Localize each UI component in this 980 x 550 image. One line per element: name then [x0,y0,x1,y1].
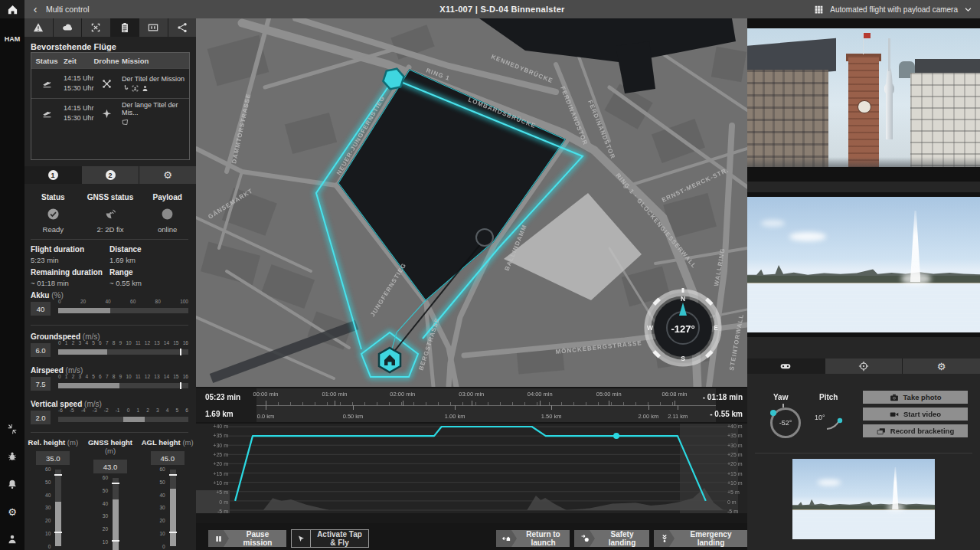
col-status: Status [31,57,62,65]
flight-duration-value: 5:23 min [31,256,109,264]
gnss-height-value[interactable]: 43.0 [93,460,127,473]
bug-report-icon[interactable] [0,449,24,464]
gnss-height-block: GNSS height (m) 43.0 6050403020100 [82,438,139,550]
camera-icon [890,393,899,402]
airspeed-slider[interactable]: 7.5 012345678910111213141516 [31,374,188,394]
payload-value: online [139,225,196,234]
settings-gear-icon[interactable]: ⚙ [0,504,24,519]
grid-icon [814,5,824,15]
rel-height-gauge[interactable]: 6050403020100 [41,470,64,546]
photo-thumbnail[interactable] [792,459,935,539]
drone-position-marker[interactable] [476,229,493,246]
range-value: ~ 0.55 km [109,279,188,287]
multicopter-icon [102,79,112,89]
notifications-bell-icon[interactable] [0,476,24,492]
tab-camera-view[interactable] [139,18,168,37]
status-summary: Status Ready GNSS status 2: 2D fix Paylo… [24,193,196,234]
warning-icon [33,22,44,33]
drone-control-app: HAM ⚙ ‹ Multi control X11-007 | S-D-04 B… [0,0,980,550]
tab-weather[interactable] [54,18,82,37]
battery-slider[interactable]: 40 020406080100 [31,299,188,319]
compass-w: W [647,324,654,332]
vertical-speed-slider[interactable]: 2.0 -6-5-4-3-2-10123456 [31,408,188,427]
flight-mode-selector[interactable]: Automated flight with payload camera [814,5,980,15]
record-bracketing-button[interactable]: Record bracketing [863,424,968,437]
upcoming-flights-heading: Bevorstehende Flüge [31,42,116,51]
winch-icon [122,85,129,92]
mission-timeline[interactable]: 05:23 min 1.69 km - 01:18 min - 0.55 km … [196,388,747,422]
airspeed-value: 7.5 [31,377,51,391]
distance-scale[interactable]: 0.0 km0.50 km1.00 km1.50 km2.00 km2.11 k… [256,406,716,423]
table-row[interactable]: 14:15 Uhr15:30 Uhr Der Titel der Mission [31,68,189,98]
pitch-arc[interactable] [825,417,844,431]
tab-drone-2[interactable]: 2 [82,166,139,184]
elevation-chart[interactable]: +40 m+35 m+30 m+25 m+20 m+15 m+10 m+5 m0… [196,424,747,523]
distance-value: 1.69 km [109,256,188,264]
tab-drone-settings[interactable]: ⚙ [139,166,196,184]
yaw-label: Yaw [773,393,788,401]
col-mission: Mission [119,57,189,65]
rel-height-block: Rel. height (m) 35.0 6050403020100 [24,438,82,550]
tab-flight-list[interactable] [111,18,139,37]
back-chevron-icon[interactable]: ‹ [24,0,46,18]
groundspeed-slider[interactable]: 6.0 012345678910111213141516 [31,340,188,360]
tab-share[interactable] [168,18,197,37]
home-marker[interactable] [379,348,400,372]
start-video-button[interactable]: Start video [863,408,968,421]
rel-height-value[interactable]: 35.0 [36,451,70,465]
user-profile-icon[interactable] [0,532,24,547]
camera-view-icon [148,22,158,33]
camera-feed-lake[interactable] [747,197,980,332]
tab-target[interactable] [825,358,903,374]
crosshair-icon [858,361,869,372]
tab-warnings[interactable] [24,18,53,37]
area-icon [122,119,129,126]
cursor-icon [292,530,311,547]
current-position-dot [613,433,619,439]
time-scale[interactable]: 00:00 min01:00 min02:00 min03:00 min04:0… [256,388,716,406]
return-to-launch-button[interactable]: Return to launch [496,530,570,547]
check-circle-icon [47,208,60,221]
status-value: Ready [24,225,82,234]
takeoff-icon [42,79,52,89]
share-icon [177,22,188,33]
remaining-duration-value: ~ 01:18 min [31,279,109,287]
station-label: HAM [0,35,24,43]
groundspeed-value: 6.0 [31,343,51,357]
tab-drone-1[interactable]: 1 [24,166,81,184]
tab-payload-settings[interactable]: ⚙ [903,358,980,374]
collapse-icon[interactable] [0,421,24,437]
yaw-indicator-dot [770,410,776,416]
activate-tapfly-button[interactable]: Activate Tap & Fly [291,529,369,548]
return-to-launch-icon [496,530,517,547]
drone-tab-bar: 1 2 ⚙ [24,166,196,184]
table-row[interactable]: 14:15 Uhr15:30 Uhr Der lange Titel der M… [31,98,189,128]
take-photo-button[interactable]: Take photo [863,391,968,404]
payload-tab-bar: ⚙ [747,358,980,374]
gnss-height-gauge[interactable]: 6050403020100 [99,478,122,550]
gnss-value: 2: 2D fix [82,225,139,234]
safety-landing-button[interactable]: Safety landing [574,530,649,547]
pitch-indicator-dot [838,418,842,423]
tab-manual-control[interactable] [747,358,825,374]
agl-height-value[interactable]: 45.0 [151,451,185,465]
camera-feed-city[interactable] [747,28,980,167]
map-compass[interactable]: N E S W -127° [647,288,718,363]
pause-mission-button[interactable]: Pause mission [208,530,286,547]
status-block: Status Ready [24,193,82,234]
compass-e: E [714,324,718,332]
agl-height-gauge[interactable]: 6050403020100 [156,470,179,546]
payload-block: Payload online [139,193,196,234]
video-icon [890,410,899,419]
home-icon[interactable] [0,0,24,18]
mission-map[interactable]: KENNEDYBRÜCKE RING 1 LOMBARDSBRÜCKE FERD… [196,18,747,387]
observer-icon [132,85,139,92]
center-column: KENNEDYBRÜCKE RING 1 LOMBARDSBRÜCKE FERD… [196,18,747,550]
tab-geofence[interactable] [82,18,110,37]
mission-actions: Pause mission Activate Tap & Fly Return … [196,525,747,550]
emergency-landing-button[interactable]: Emergency landing [654,530,747,547]
person-icon [142,85,149,92]
payload-status-icon [161,208,174,221]
flight-mode-label: Automated flight with payload camera [830,5,958,14]
weather-cloud-icon [62,22,73,33]
